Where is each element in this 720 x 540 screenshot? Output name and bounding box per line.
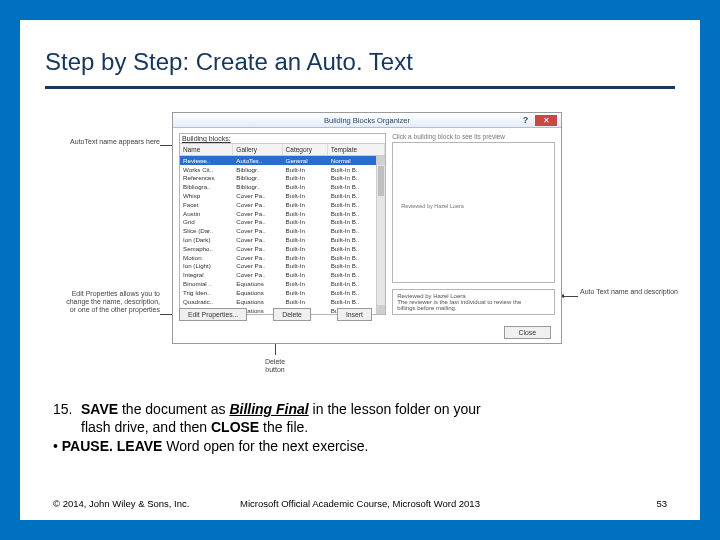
figure-area: AutoText name appears here Edit Properti… (60, 112, 660, 370)
table-row[interactable]: FacetCover Pa..Built-InBuilt-In B.. (180, 200, 385, 209)
table-row[interactable]: Trig Iden..EquationsBuilt-InBuilt-In B.. (180, 288, 385, 297)
col-gallery[interactable]: Gallery (233, 144, 282, 155)
dialog-title: Building Blocks Organizer (324, 116, 410, 125)
table-row[interactable]: Ion (Light)Cover Pa..Built-InBuilt-In B.… (180, 262, 385, 271)
list-caption: Building blocks: (180, 134, 385, 143)
table-row[interactable]: AustinCover Pa..Built-InBuilt-In B.. (180, 209, 385, 218)
page-number: 53 (656, 498, 667, 509)
table-row[interactable]: Semapho..Cover Pa..Built-InBuilt-In B.. (180, 244, 385, 253)
edit-properties-button[interactable]: Edit Properties... (179, 308, 247, 321)
close-button[interactable]: Close (504, 326, 551, 339)
table-row[interactable]: Binomial ..EquationsBuilt-InBuilt-In B.. (180, 279, 385, 288)
help-icon[interactable]: ? (520, 115, 531, 126)
scroll-thumb[interactable] (378, 166, 384, 196)
txt: SAVE (81, 401, 118, 417)
preview-text: Reviewed by Hazel Loera (401, 203, 464, 209)
list-rows[interactable]: Reviewe..AutoTex..GeneralNormalWorks Cit… (180, 156, 385, 314)
col-template[interactable]: Template (328, 144, 385, 155)
table-row[interactable]: WhispCover Pa..Built-InBuilt-In B.. (180, 191, 385, 200)
table-row[interactable]: IntegralCover Pa..Built-InBuilt-In B.. (180, 271, 385, 280)
dialog-titlebar: Building Blocks Organizer ? ✕ (173, 113, 561, 128)
table-row[interactable]: MotionCover Pa..Built-InBuilt-In B.. (180, 253, 385, 262)
txt: Word open for the next exercise. (162, 438, 368, 454)
slide-title: Step by Step: Create an Auto. Text (45, 48, 675, 89)
slide-footer: © 2014, John Wiley & Sons, Inc. Microsof… (53, 498, 667, 509)
table-row[interactable]: GridCover Pa..Built-InBuilt-In B.. (180, 218, 385, 227)
table-row[interactable]: Reviewe..AutoTex..GeneralNormal (180, 156, 385, 165)
table-row[interactable]: ReferencesBibliogr..Built-InBuilt-In B.. (180, 174, 385, 183)
close-icon[interactable]: ✕ (535, 115, 557, 126)
txt: the document as (118, 401, 229, 417)
annot-edit-properties: Edit Properties allows you to change the… (60, 290, 160, 314)
footer-center: Microsoft Official Academic Course, Micr… (53, 498, 667, 509)
txt: PAUSE. LEAVE (62, 438, 163, 454)
preview-caption: Click a building block to see its previe… (392, 133, 555, 140)
arrow-icon (560, 296, 578, 297)
step-number: 15. (53, 400, 81, 418)
scroll-up-icon[interactable] (377, 156, 385, 165)
col-name[interactable]: Name (180, 144, 233, 155)
table-row[interactable]: Slice (Dar..Cover Pa..Built-InBuilt-In B… (180, 227, 385, 236)
annot-autotext-name: AutoText name appears here (60, 138, 160, 146)
delete-button[interactable]: Delete (273, 308, 311, 321)
txt: the file. (259, 419, 308, 435)
insert-button[interactable]: Insert (337, 308, 372, 321)
building-blocks-list: Building blocks: Name Gallery Category T… (179, 133, 386, 315)
preview-box: Reviewed by Hazel Loera (392, 142, 555, 283)
txt-filename: Billing Final (229, 401, 308, 417)
table-row[interactable]: Bibliogra..Bibliogr..Built-InBuilt-In B.… (180, 182, 385, 191)
annot-delete-button: Delete button (255, 358, 295, 374)
list-header[interactable]: Name Gallery Category Template (180, 143, 385, 156)
annot-autotext-right: Auto Text name and description (580, 288, 680, 296)
scrollbar[interactable] (376, 156, 385, 314)
table-row[interactable]: Ion (Dark)Cover Pa..Built-InBuilt-In B.. (180, 235, 385, 244)
txt: CLOSE (211, 419, 259, 435)
col-category[interactable]: Category (283, 144, 328, 155)
building-blocks-dialog: Building Blocks Organizer ? ✕ Building b… (172, 112, 562, 344)
table-row[interactable]: Works Cit..Bibliogr..Built-InBuilt-In B.… (180, 165, 385, 174)
txt: in the lesson folder on your (309, 401, 481, 417)
table-row[interactable]: Quadratic..EquationsBuilt-InBuilt-In B.. (180, 297, 385, 306)
txt: flash drive, and then (81, 419, 211, 435)
instruction-text: 15. SAVE the document as Billing Final i… (53, 400, 667, 455)
